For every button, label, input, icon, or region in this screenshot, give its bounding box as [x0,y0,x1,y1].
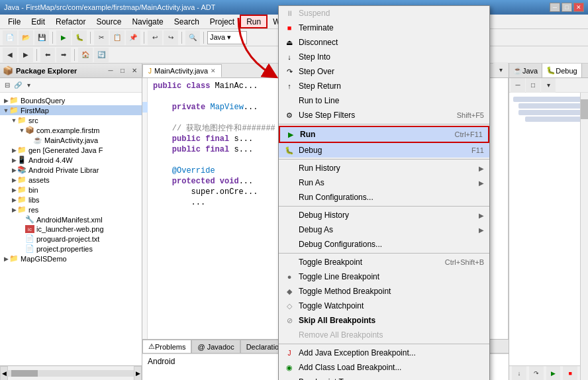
forward-button[interactable]: ▶ [19,48,33,62]
next-edit-button[interactable]: ➡ [56,48,71,62]
paste-button[interactable]: 📌 [126,30,140,45]
menu-run-as[interactable]: Run As ▶ [279,175,489,190]
tree-item-privlibs[interactable]: ▶ 📚 Android Private Librar [0,165,142,175]
menu-suspend[interactable]: ⏸ Suspend [279,6,489,21]
menu-toggle-breakpoint[interactable]: Toggle Breakpoint Ctrl+Shift+B [279,255,489,269]
menu-run-item[interactable]: ▶ Run Ctrl+F11 [279,126,489,143]
tab-mainactivity[interactable]: J MainActivity.java ✕ [142,64,222,77]
menu-file[interactable]: File [3,15,26,28]
link-editor-button[interactable]: 🔗 [13,81,23,90]
shortcut-label: F11 [471,146,484,154]
maximize-button[interactable]: □ [562,3,572,12]
menu-debug-as[interactable]: Debug As ▶ [279,222,489,237]
menu-search[interactable]: Search [169,15,205,28]
menu-use-step-filters[interactable]: ⚙ Use Step Filters Shift+F5 [279,108,489,122]
close-panel-button[interactable]: ✕ [130,66,139,75]
tree-item-manifest[interactable]: ▶ 🔧 AndroidManifest.xml [0,214,142,224]
menu-breakpoint-types[interactable]: Breakpoint Types ▶ [279,375,489,380]
tree-item-libs[interactable]: ▶ 📁 libs [0,195,142,205]
menu-source[interactable]: Source [91,15,126,28]
menu-edit[interactable]: Edit [26,15,50,28]
menu-toggle-method-bp[interactable]: ◆ Toggle Method Breakpoint [279,284,489,299]
terminate-btn[interactable]: ■ [563,366,577,381]
redo-button[interactable]: ↪ [164,30,178,45]
menu-run-configurations[interactable]: Run Configurations... [279,190,489,205]
menu-run-to-line[interactable]: Run to Line [279,93,489,108]
collapse-all-button[interactable]: ⊟ [3,81,12,90]
perspective-dropdown[interactable]: Java ▾ [207,31,247,44]
tab-close-button[interactable]: ✕ [211,68,216,74]
refresh-button[interactable]: 🔄 [94,48,109,62]
debug-tb-button[interactable]: 🐛 [72,30,87,45]
run-tb-button[interactable]: ▶ [56,30,71,45]
minimize-button[interactable]: ─ [550,3,560,12]
minimize-panel-button[interactable]: ─ [106,66,115,75]
back-button[interactable]: ◀ [3,48,17,62]
tree-item-firstmap[interactable]: ▼ 📁 FirstMap [0,105,142,115]
tree-item-mainactivity[interactable]: ▶ ☕ MainActivity.java [0,135,142,145]
scroll-right-button[interactable]: ▶ [134,366,142,381]
tree-item-project-props[interactable]: ▶ 📄 project.properties [0,244,142,254]
menu-toggle-watchpoint[interactable]: ◇ Toggle Watchpoint [279,299,489,313]
maximize-view-button[interactable]: □ [526,78,540,93]
menu-disconnect[interactable]: ⏏ Disconnect [279,35,489,50]
home-button[interactable]: 🏠 [78,48,93,62]
tab-debug[interactable]: 🐛 Debug [542,64,581,77]
tree-item-package[interactable]: ▼ 📦 com.example.firstm [0,125,142,135]
tree-item-res[interactable]: ▶ 📁 res [0,205,142,214]
tab-javadoc[interactable]: @ Javadoc [191,340,240,353]
resume-btn[interactable]: ▶ [546,366,561,381]
menu-debug-history[interactable]: Debug History ▶ [279,208,489,222]
menu-add-java-exception-bp[interactable]: J Add Java Exception Breakpoint... [279,346,489,360]
scrollbar-thumb[interactable] [11,370,38,377]
editor-menu-button[interactable]: ▾ [493,62,508,77]
new-button[interactable]: 📄 [3,30,17,45]
tree-item-proguard[interactable]: ▶ 📄 proguard-project.txt [0,234,142,244]
scroll-left-button[interactable]: ◀ [0,366,8,381]
step-into-btn[interactable]: ↓ [512,366,526,381]
view-menu-btn[interactable]: ▾ [541,78,556,93]
menu-remove-all-bp[interactable]: Remove All Breakpoints [279,328,489,342]
menu-step-into[interactable]: ↓ Step Into [279,50,489,64]
tree-item-boundsquery[interactable]: ▶ 📁 BoundsQuery [0,95,142,105]
menu-run-history[interactable]: Run History ▶ [279,161,489,175]
menu-add-class-load-bp[interactable]: ◉ Add Class Load Breakpoint... [279,360,489,375]
open-button[interactable]: 📂 [19,30,33,45]
maximize-panel-button[interactable]: □ [118,66,127,75]
debug-scrollbar-thumb[interactable] [581,99,588,119]
menu-debug-item[interactable]: 🐛 Debug F11 [279,143,489,158]
run-config-icon [284,192,295,203]
copy-button[interactable]: 📋 [110,30,124,45]
minimize-view-button[interactable]: ─ [511,78,525,93]
menu-run[interactable]: Run [240,15,268,28]
tree-item-android44w[interactable]: ▶ 📱 Android 4.4W [0,155,142,165]
menu-step-return[interactable]: ↑ Step Return [279,79,489,93]
view-menu-button[interactable]: ▾ [24,81,33,90]
menu-label: Add Class Load Breakpoint... [299,363,484,372]
tab-java[interactable]: ☕ Java [509,64,542,77]
step-over-btn[interactable]: ↷ [529,366,544,381]
tree-item-mapgisdemo[interactable]: ▶ 📁 MapGISDemo [0,254,142,263]
tree-item-src[interactable]: ▼ 📁 src [0,115,142,125]
menu-step-over[interactable]: ↷ Step Over [279,64,489,79]
tree-item-launcher-icon[interactable]: ▶ ic ic_launcher-web.png [0,224,142,234]
menu-navigate[interactable]: Navigate [126,15,168,28]
tab-problems[interactable]: ⚠ Problems [142,340,191,353]
menu-skip-all-bp[interactable]: ⊘ Skip All Breakpoints [279,313,489,328]
menu-label: Step Over [299,67,484,76]
undo-button[interactable]: ↩ [148,30,162,45]
cut-button[interactable]: ✂ [94,30,109,45]
menu-refactor[interactable]: Refactor [50,15,91,28]
prev-edit-button[interactable]: ⬅ [40,48,55,62]
menu-debug-configurations[interactable]: Debug Configurations... [279,237,489,252]
tree-item-gen[interactable]: ▶ 📁 gen [Generated Java F [0,145,142,155]
save-button[interactable]: 💾 [34,30,49,45]
menu-toggle-line-bp[interactable]: ● Toggle Line Breakpoint [279,269,489,284]
menu-terminate[interactable]: ■ Terminate [279,21,489,35]
search-tb-button[interactable]: 🔍 [185,30,200,45]
menu-project[interactable]: Project [205,15,240,28]
tree-item-assets[interactable]: ▶ 📁 assets [0,175,142,185]
tree-item-bin[interactable]: ▶ 📁 bin [0,185,142,195]
close-button[interactable]: ✕ [573,3,584,12]
folder-icon: 📁 [17,175,26,184]
